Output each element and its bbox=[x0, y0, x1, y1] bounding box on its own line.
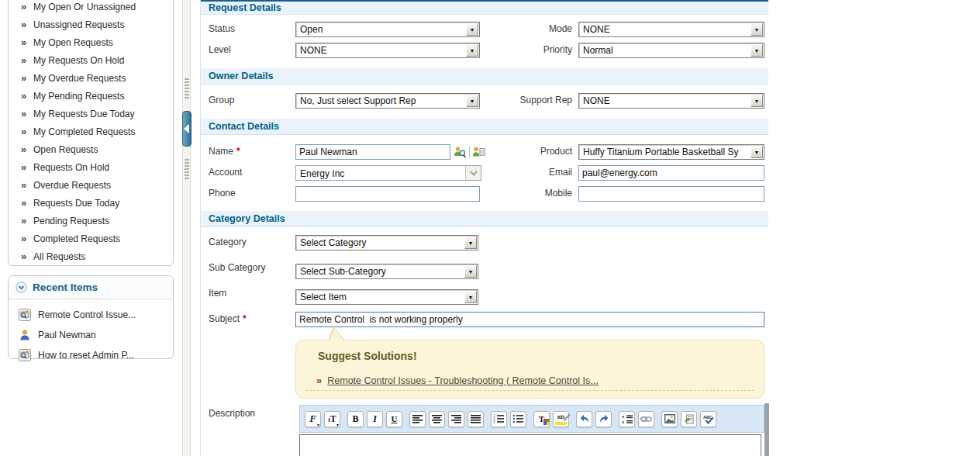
sidebar-filter-item[interactable]: » Pending Requests bbox=[9, 212, 173, 230]
level-select[interactable]: NONE ▼ bbox=[295, 43, 480, 58]
underline-button[interactable]: U bbox=[386, 411, 402, 427]
mode-label: Mode bbox=[495, 23, 572, 34]
dropdown-arrow-icon: ▼ bbox=[466, 95, 478, 107]
sidebar-filter-item[interactable]: » My Overdue Requests bbox=[9, 69, 173, 87]
dropdown-arrow-icon: ▼ bbox=[464, 291, 477, 303]
dropdown-arrow-icon: ▼ bbox=[464, 237, 477, 249]
sidebar-filter-label: My Requests Due Today bbox=[33, 109, 135, 119]
spellcheck-button[interactable]: ABC bbox=[700, 411, 716, 427]
toolbar-group: 123 bbox=[491, 411, 526, 427]
splitter-grip-top bbox=[185, 78, 189, 100]
solution-link[interactable]: Remote Control Issues - Troubleshooting … bbox=[327, 375, 598, 386]
undo-button[interactable] bbox=[576, 411, 592, 427]
product-label: Product bbox=[495, 146, 572, 157]
item-select[interactable]: Select Item ▼ bbox=[295, 289, 478, 305]
dashed-divider bbox=[305, 390, 754, 391]
double-chevron-icon: » bbox=[21, 54, 33, 66]
collapse-chevron-icon[interactable] bbox=[16, 282, 27, 293]
toolbar-group: BIU bbox=[347, 411, 402, 427]
align-right-button[interactable] bbox=[448, 411, 464, 427]
group-select[interactable]: No, Just select Support Rep ▼ bbox=[295, 93, 480, 109]
double-chevron-icon: » bbox=[21, 90, 33, 102]
line-spacing-button[interactable]: aa bbox=[619, 411, 635, 427]
sidebar-filter-item[interactable]: » My Open Requests bbox=[9, 33, 173, 51]
mobile-input[interactable] bbox=[578, 186, 764, 202]
solution-link-row: » Remote Control Issues - Troubleshootin… bbox=[316, 375, 599, 386]
sidebar-filter-item[interactable]: » My Requests On Hold bbox=[9, 51, 173, 69]
subject-input[interactable] bbox=[295, 312, 764, 327]
align-justify-button[interactable] bbox=[468, 411, 484, 427]
dropdown-arrow-icon: ▼ bbox=[464, 265, 477, 278]
sidebar-filter-item[interactable]: » My Pending Requests bbox=[9, 87, 173, 105]
link-button[interactable] bbox=[638, 411, 654, 427]
name-input[interactable] bbox=[295, 144, 450, 160]
redo-button[interactable] bbox=[595, 411, 612, 427]
description-editor[interactable] bbox=[299, 434, 761, 456]
sidebar-filter-item[interactable]: » Requests On Hold bbox=[9, 158, 173, 176]
toolbar-group: ABC bbox=[661, 411, 716, 427]
toolbar-group bbox=[576, 411, 612, 427]
collapse-panel-handle[interactable] bbox=[182, 111, 192, 147]
recent-items-title: Recent Items bbox=[33, 282, 98, 293]
svg-text:ABC: ABC bbox=[703, 414, 713, 419]
double-chevron-icon: » bbox=[21, 215, 33, 226]
required-asterisk: * bbox=[243, 313, 247, 324]
recent-item[interactable]: Paul Newman bbox=[9, 326, 173, 344]
sidebar-filter-item[interactable]: » My Open Or Unassigned bbox=[9, 0, 173, 16]
sidebar-filter-item[interactable]: » Requests Due Today bbox=[9, 194, 173, 212]
font-color-button[interactable]: T bbox=[533, 411, 550, 427]
align-center-button[interactable] bbox=[429, 411, 445, 427]
phone-input[interactable] bbox=[295, 186, 480, 202]
email-input[interactable] bbox=[578, 165, 764, 181]
sidebar-filter-item[interactable]: » All Requests bbox=[9, 247, 173, 265]
contact-details-card-icon[interactable] bbox=[471, 145, 485, 158]
dropdown-arrow-icon: ▼ bbox=[466, 23, 478, 36]
sidebar-filter-label: All Requests bbox=[33, 251, 85, 262]
unordered-list-button[interactable] bbox=[510, 411, 526, 427]
email-label: Email bbox=[495, 167, 572, 178]
mode-select[interactable]: NONE ▼ bbox=[578, 22, 764, 37]
ordered-list-button[interactable]: 123 bbox=[491, 411, 507, 427]
recent-item[interactable]: How to reset Admin P... bbox=[9, 346, 173, 364]
status-select[interactable]: Open ▼ bbox=[295, 22, 480, 37]
sidebar-filter-item[interactable]: » My Requests Due Today bbox=[9, 105, 173, 123]
sidebar-filter-label: Completed Requests bbox=[33, 233, 120, 244]
sub-category-select[interactable]: Select Sub-Category ▼ bbox=[295, 264, 478, 279]
italic-button[interactable]: I bbox=[367, 411, 383, 427]
mobile-label: Mobile bbox=[495, 188, 572, 199]
support-rep-select[interactable]: NONE ▼ bbox=[578, 93, 764, 109]
priority-label: Priority bbox=[495, 44, 572, 55]
sidebar-filter-label: Overdue Requests bbox=[33, 180, 111, 191]
sidebar-filter-item[interactable]: » Completed Requests bbox=[9, 230, 173, 247]
account-combo[interactable]: Energy Inc bbox=[295, 165, 481, 181]
icon-separator bbox=[469, 147, 470, 157]
highlight-button[interactable]: ab bbox=[553, 411, 569, 427]
product-select[interactable]: Huffy Titanium Portable Basketball Sy ▼ bbox=[578, 144, 764, 160]
align-left-button[interactable] bbox=[409, 411, 426, 427]
level-label: Level bbox=[209, 44, 231, 55]
panel-splitter[interactable] bbox=[182, 0, 191, 456]
bold-button[interactable]: B bbox=[347, 411, 364, 427]
group-label: Group bbox=[209, 95, 234, 105]
priority-select[interactable]: Normal ▼ bbox=[578, 43, 764, 58]
sidebar-filter-item[interactable]: » Overdue Requests bbox=[9, 176, 173, 194]
search-contact-icon[interactable] bbox=[453, 145, 467, 158]
category-details-section-header: Category Details bbox=[201, 211, 768, 227]
image-button[interactable] bbox=[661, 411, 678, 427]
recent-items-list: Remote Control Issue... Paul Newman How … bbox=[9, 299, 173, 364]
recent-item[interactable]: Remote Control Issue... bbox=[9, 306, 173, 324]
support-rep-label: Support Rep bbox=[495, 95, 572, 105]
paste-button[interactable] bbox=[681, 411, 697, 427]
sidebar-filter-item[interactable]: » Open Requests bbox=[9, 140, 173, 158]
font-button[interactable]: F▾ bbox=[305, 411, 321, 427]
category-select[interactable]: Select Category ▼ bbox=[295, 235, 478, 250]
font-size-button[interactable]: tT▾ bbox=[324, 411, 340, 427]
sidebar-filter-label: Open Requests bbox=[33, 144, 98, 155]
sidebar-filter-label: Requests On Hold bbox=[33, 162, 109, 173]
sidebar-filter-label: My Open Requests bbox=[33, 37, 113, 48]
sidebar-filter-label: My Pending Requests bbox=[33, 91, 124, 102]
dropdown-arrow-icon: ▼ bbox=[751, 44, 763, 57]
sidebar-filter-item[interactable]: » My Completed Requests bbox=[9, 123, 173, 140]
sidebar-filter-label: My Requests On Hold bbox=[33, 55, 124, 66]
sidebar-filter-item[interactable]: » Unassigned Requests bbox=[9, 16, 173, 33]
